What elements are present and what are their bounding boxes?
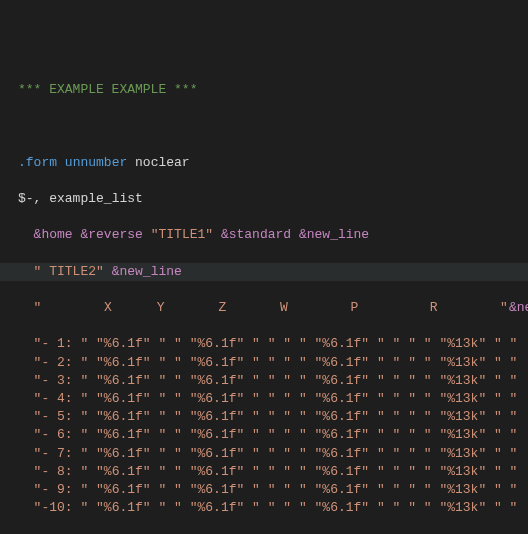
fmt: "%6.1f" (190, 500, 245, 515)
sep: " " (494, 391, 517, 406)
sub-header-1: $-, example_list (18, 190, 520, 208)
fmt: "%13k" (439, 355, 486, 370)
sep: " " (494, 336, 517, 351)
blank-line (18, 117, 520, 135)
sep: " " (283, 427, 306, 442)
fmt: "%6.1f" (96, 446, 151, 461)
fmt: "%6.1f" (190, 355, 245, 370)
sep: " " (158, 409, 181, 424)
sep: " " (158, 500, 181, 515)
fmt: "%6.1f" (315, 373, 370, 388)
header-row: " X Y Z W P R "&new_line (18, 299, 520, 317)
sep: " " (283, 336, 306, 351)
fmt: "%6.1f" (190, 336, 245, 351)
kw-unnumber: unnumber (65, 155, 127, 170)
sep: " " (494, 409, 517, 424)
sep: " " (252, 373, 275, 388)
sep: " " (158, 355, 181, 370)
sep: " " (377, 336, 400, 351)
fmt: "%6.1f" (190, 409, 245, 424)
sep: " " (252, 409, 275, 424)
fmt: "%13k" (439, 409, 486, 424)
arg-noclear: noclear (135, 155, 190, 170)
sep: " " (158, 446, 181, 461)
sep: " " (494, 464, 517, 479)
sep: " " (252, 427, 275, 442)
header-text: " X Y Z W P R " (34, 300, 509, 315)
data-row: "-10: " "%6.1f" " " "%6.1f" " " " " "%6.… (18, 499, 520, 517)
dir-newline: &new_line (112, 264, 182, 279)
data-row: "- 2: " "%6.1f" " " "%6.1f" " " " " "%6.… (18, 354, 520, 372)
fmt: "%6.1f" (315, 336, 370, 351)
fmt: "%6.1f" (96, 391, 151, 406)
row-label: "- 3: " (34, 373, 89, 388)
sep: " " (408, 427, 431, 442)
sep: " " (494, 446, 517, 461)
row-label: "- 6: " (34, 427, 89, 442)
sep: " " (158, 427, 181, 442)
sub-name: example_list (49, 191, 143, 206)
banner-comment: *** EXAMPLE EXAMPLE *** (18, 81, 520, 99)
fmt: "%6.1f" (96, 355, 151, 370)
sep: " " (494, 500, 517, 515)
sep: " " (408, 464, 431, 479)
str-title2: " TITLE2" (34, 264, 104, 279)
data-row: "- 3: " "%6.1f" " " "%6.1f" " " " " "%6.… (18, 372, 520, 390)
dir-standard: &standard (221, 227, 291, 242)
fmt: "%6.1f" (315, 391, 370, 406)
data-row: "- 9: " "%6.1f" " " "%6.1f" " " " " "%6.… (18, 481, 520, 499)
sep: " " (283, 355, 306, 370)
sep: " " (494, 373, 517, 388)
fmt: "%6.1f" (315, 464, 370, 479)
sep: " " (494, 427, 517, 442)
fmt: "%6.1f" (315, 446, 370, 461)
fmt: "%6.1f" (315, 427, 370, 442)
fmt: "%6.1f" (190, 482, 245, 497)
sep: " " (377, 373, 400, 388)
row-label: "- 7: " (34, 446, 89, 461)
sub-prefix: $-, (18, 191, 41, 206)
row-label: "- 9: " (34, 482, 89, 497)
fmt: "%13k" (439, 336, 486, 351)
fmt: "%6.1f" (96, 464, 151, 479)
sep: " " (252, 446, 275, 461)
sep: " " (377, 464, 400, 479)
sep: " " (377, 355, 400, 370)
sep: " " (408, 355, 431, 370)
sep: " " (252, 391, 275, 406)
fmt: "%6.1f" (190, 446, 245, 461)
data-row: "- 8: " "%6.1f" " " "%6.1f" " " " " "%6.… (18, 463, 520, 481)
data-row: "- 7: " "%6.1f" " " "%6.1f" " " " " "%6.… (18, 445, 520, 463)
sep: " " (158, 464, 181, 479)
sep: " " (252, 500, 275, 515)
fmt: "%13k" (439, 482, 486, 497)
fmt: "%13k" (439, 446, 486, 461)
data-row: "- 4: " "%6.1f" " " "%6.1f" " " " " "%6.… (18, 390, 520, 408)
title1-line: &home &reverse "TITLE1" &standard &new_l… (18, 226, 520, 244)
fmt: "%6.1f" (190, 464, 245, 479)
dir-reverse: &reverse (80, 227, 142, 242)
fmt: "%6.1f" (96, 500, 151, 515)
fmt: "%13k" (439, 373, 486, 388)
fmt: "%6.1f" (315, 355, 370, 370)
row-label: "- 1: " (34, 336, 89, 351)
sep: " " (252, 464, 275, 479)
row-label: "-10: " (34, 500, 89, 515)
data-row: "- 5: " "%6.1f" " " "%6.1f" " " " " "%6.… (18, 408, 520, 426)
fmt: "%13k" (439, 427, 486, 442)
sep: " " (408, 482, 431, 497)
sep: " " (283, 446, 306, 461)
row-label: "- 8: " (34, 464, 89, 479)
sep: " " (158, 391, 181, 406)
sep: " " (252, 336, 275, 351)
fmt: "%6.1f" (315, 482, 370, 497)
sep: " " (283, 500, 306, 515)
sep: " " (377, 446, 400, 461)
fmt: "%6.1f" (96, 336, 151, 351)
title2-line-highlighted: " TITLE2" &new_line (0, 263, 528, 281)
sep: " " (158, 373, 181, 388)
sep: " " (283, 391, 306, 406)
fmt: "%6.1f" (190, 427, 245, 442)
data-row: "- 6: " "%6.1f" " " "%6.1f" " " " " "%6.… (18, 426, 520, 444)
row-label: "- 4: " (34, 391, 89, 406)
